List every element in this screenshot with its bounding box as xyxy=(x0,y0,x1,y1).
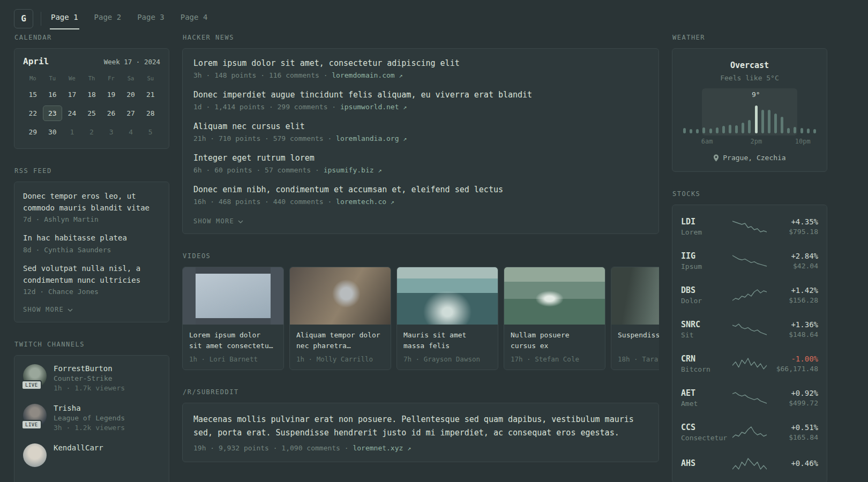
calendar-day[interactable]: 25 xyxy=(82,106,102,121)
stock-price: $165.84 xyxy=(772,433,818,441)
video-title: Suspendisse diam xyxy=(618,330,659,352)
page-tab[interactable]: Page 2 xyxy=(93,7,123,29)
stock-sparkline xyxy=(732,457,767,471)
channel-name: ForrestBurton xyxy=(54,364,125,373)
calendar-day[interactable]: 29 xyxy=(23,124,43,140)
page-tab[interactable]: Page 4 xyxy=(179,7,209,29)
reddit-post[interactable]: Maecenas mollis pulvinar erat non posuer… xyxy=(193,413,648,452)
weather-widget: WEATHER Overcast Feels like 5°C 9° 6am 2… xyxy=(672,34,827,172)
twitch-channel[interactable]: LIVE Trisha League of Legends 3h · 1.2k … xyxy=(23,404,160,432)
twitch-channel[interactable]: LIVE ForrestBurton Counter-Strike 1h · 1… xyxy=(23,364,160,392)
video-card[interactable]: Nullam posuere cursus ex 17h · Stefan Co… xyxy=(504,267,605,370)
stock-row[interactable]: SNRC Sit +1.36% $148.64 xyxy=(681,312,818,347)
stock-numbers: +0.46% xyxy=(772,459,818,469)
external-link-icon: ↗ xyxy=(399,72,403,79)
app-logo[interactable]: G xyxy=(14,9,33,28)
right-column: WEATHER Overcast Feels like 5°C 9° 6am 2… xyxy=(672,34,827,482)
calendar-day[interactable]: 23 xyxy=(43,106,63,121)
channel-info: ForrestBurton Counter-Strike 1h · 1.7k v… xyxy=(54,364,125,392)
reddit-source-link[interactable]: loremnet.xyz ↗ xyxy=(353,444,411,452)
rss-item-meta: 7d · Ashlyn Martin xyxy=(23,215,160,223)
twitch-channel[interactable]: KendallCarr xyxy=(23,443,160,467)
stock-ticker: CCS xyxy=(681,423,727,432)
calendar-day[interactable]: 2 xyxy=(82,124,102,140)
stock-id: CCS Consectetur xyxy=(681,423,727,442)
video-card[interactable]: Mauris sit amet massa felis 7h · Grayson… xyxy=(396,267,498,370)
hn-item-meta: 21h · 710 points · 579 comments · loreml… xyxy=(193,134,648,142)
location-pin-icon xyxy=(713,154,719,162)
twitch-widget-title: TWITCH CHANNELS xyxy=(14,341,169,348)
stock-ticker: CRN xyxy=(681,354,727,364)
calendar-day[interactable]: 18 xyxy=(82,87,102,102)
hn-item[interactable]: Aliquam nec cursus elit 21h · 710 points… xyxy=(193,122,648,142)
calendar-day[interactable]: 24 xyxy=(62,106,82,121)
weather-condition: Overcast xyxy=(681,61,818,70)
calendar-day[interactable]: 5 xyxy=(140,124,160,140)
rss-item[interactable]: In hac habitasse platea 8d · Cynthia Sau… xyxy=(23,232,160,254)
calendar-day[interactable]: 4 xyxy=(121,124,141,140)
hn-source-link[interactable]: ipsumify.biz ↗ xyxy=(324,166,382,174)
rss-show-more-button[interactable]: SHOW MORE xyxy=(23,305,73,313)
video-card[interactable]: Lorem ipsum dolor sit amet consectetu… 1… xyxy=(182,267,284,370)
chevron-down-icon xyxy=(68,308,73,312)
stock-row[interactable]: IIG Ipsum +2.84% $42.04 xyxy=(681,244,818,278)
calendar-day[interactable]: 3 xyxy=(101,124,121,140)
calendar-day[interactable]: 1 xyxy=(62,124,82,140)
weather-location: Prague, Czechia xyxy=(681,154,818,162)
rss-item[interactable]: Donec tempor eros leo, ut commodo mauris… xyxy=(23,191,160,223)
hn-item[interactable]: Integer eget rutrum lorem 6h · 60 points… xyxy=(193,153,648,174)
hn-source-link[interactable]: loremdomain.com ↗ xyxy=(332,71,402,79)
reddit-source-domain: loremnet.xyz xyxy=(353,444,403,452)
weather-chart-bars xyxy=(683,103,816,133)
calendar-day[interactable]: 30 xyxy=(43,124,63,140)
calendar-day[interactable]: 17 xyxy=(62,87,82,102)
video-card[interactable]: Suspendisse diam 18h · Tara xyxy=(611,267,659,370)
calendar-day[interactable]: 27 xyxy=(121,106,141,121)
left-column: CALENDAR April Week 17 · 2024 Mo Tu We T… xyxy=(14,34,169,482)
calendar-day[interactable]: 20 xyxy=(121,87,141,102)
rss-item[interactable]: Sed volutpat nulla nisl, a condimentum n… xyxy=(23,263,160,296)
hn-item[interactable]: Donec enim nibh, condimentum et accumsan… xyxy=(193,185,648,206)
hacker-news-card: Lorem ipsum dolor sit amet, consectetur … xyxy=(182,48,659,234)
hn-source-link[interactable]: ipsumworld.net ↗ xyxy=(340,103,407,111)
video-title: Lorem ipsum dolor sit amet consectetu… xyxy=(189,330,277,352)
hn-item-stats: 3h · 148 points · 116 comments · xyxy=(193,71,327,79)
page-tab[interactable]: Page 1 xyxy=(50,7,79,29)
stock-sparkline xyxy=(732,322,767,336)
calendar-widget-title: CALENDAR xyxy=(14,34,169,41)
video-thumbnail xyxy=(611,267,659,325)
rss-item-title: Donec tempor eros leo, ut commodo mauris… xyxy=(23,191,160,214)
hn-source-link[interactable]: loremtech.co ↗ xyxy=(336,198,394,206)
stock-row[interactable]: CRN Bitcorn -1.00% $66,171.48 xyxy=(681,347,818,381)
calendar-day[interactable]: 21 xyxy=(140,87,160,102)
channel-game: League of Legends xyxy=(54,414,125,422)
stock-row[interactable]: CCS Consectetur +0.51% $165.84 xyxy=(681,415,818,449)
external-link-icon: ↗ xyxy=(407,445,411,452)
subreddit-card: Maecenas mollis pulvinar erat non posuer… xyxy=(182,403,659,462)
hn-item[interactable]: Lorem ipsum dolor sit amet, consectetur … xyxy=(193,58,648,79)
hn-item[interactable]: Donec imperdiet augue tincidunt felis al… xyxy=(193,90,648,111)
hn-show-more-button[interactable]: SHOW MORE xyxy=(193,216,243,225)
calendar-day[interactable]: 22 xyxy=(23,106,43,121)
stock-name: Bitcorn xyxy=(681,365,727,373)
stock-price: $156.28 xyxy=(772,296,818,304)
page-tab[interactable]: Page 3 xyxy=(136,7,166,29)
weather-time-label: 2pm xyxy=(751,138,762,145)
hn-source-domain: ipsumify.biz xyxy=(324,166,374,174)
stock-row[interactable]: AHS +0.46% xyxy=(681,449,818,478)
stock-id: LDI Lorem xyxy=(681,217,727,236)
stock-ticker: IIG xyxy=(681,251,727,261)
reddit-post-meta: 19h · 9,932 points · 1,090 comments · lo… xyxy=(193,444,648,452)
live-badge: LIVE xyxy=(21,380,42,390)
hn-source-link[interactable]: loremlandia.org ↗ xyxy=(336,134,407,142)
calendar-day[interactable]: 28 xyxy=(140,106,160,121)
calendar-day[interactable]: 19 xyxy=(101,87,121,102)
stock-row[interactable]: AET Amet +0.92% $499.72 xyxy=(681,381,818,415)
calendar-day[interactable]: 16 xyxy=(43,87,63,102)
calendar-day[interactable]: 26 xyxy=(101,106,121,121)
stock-row[interactable]: LDI Lorem +4.35% $795.18 xyxy=(681,209,818,244)
hn-show-more-label: SHOW MORE xyxy=(193,217,234,225)
video-card[interactable]: Aliquam tempor dolor nec pharetra… 1h · … xyxy=(289,267,391,370)
stock-row[interactable]: DBS Dolor +1.42% $156.28 xyxy=(681,278,818,312)
calendar-day[interactable]: 15 xyxy=(23,87,43,102)
